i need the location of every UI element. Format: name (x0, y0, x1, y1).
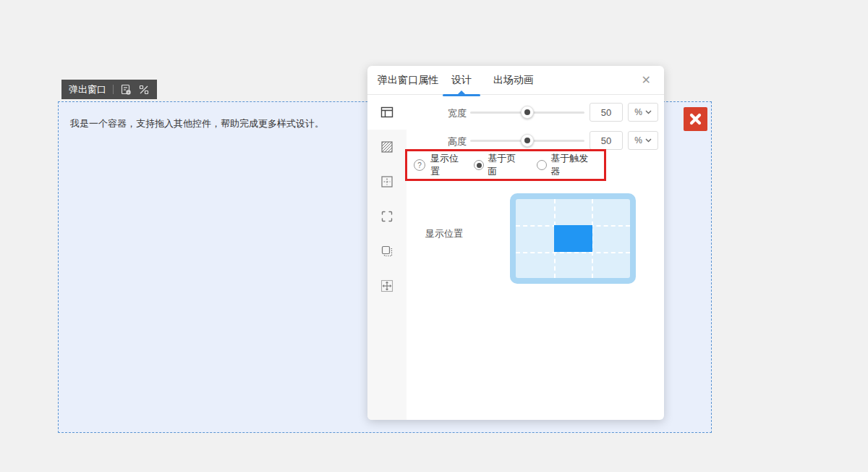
radio-trigger-label: 基于触发器 (550, 152, 597, 178)
width-field-row: 宽度 % (407, 103, 664, 122)
corner-frame-icon (380, 209, 394, 224)
height-slider-handle[interactable] (521, 134, 534, 147)
position-picker-selected-cell[interactable] (554, 225, 592, 252)
radio-unselected-icon[interactable] (537, 160, 547, 170)
panel-body: 宽度 % 高度 % (367, 95, 664, 420)
height-label: 高度 (407, 135, 467, 148)
padding-icon (380, 174, 394, 189)
form-settings-icon[interactable] (120, 84, 132, 96)
height-unit-value: % (634, 135, 642, 146)
popup-tag-label: 弹出窗口 (69, 83, 106, 96)
width-slider-handle[interactable] (521, 106, 534, 119)
sidebar-item-position[interactable] (367, 269, 407, 303)
popup-close-button[interactable] (684, 107, 707, 131)
panel-header: 弹出窗口属性 设计 出场动画 ✕ (367, 66, 664, 95)
width-value-input[interactable] (590, 103, 623, 122)
panel-content: 宽度 % 高度 % (407, 95, 664, 420)
tab-exit-animation[interactable]: 出场动画 (493, 74, 534, 87)
sidebar-item-layout[interactable] (367, 95, 407, 130)
close-x-icon (689, 112, 702, 126)
radio-selected-icon[interactable] (474, 160, 484, 170)
radio-based-on-page[interactable]: 基于页面 (474, 152, 524, 178)
width-label: 宽度 (407, 107, 467, 120)
position-picker-cells[interactable] (516, 199, 630, 278)
sidebar-item-frame[interactable] (367, 199, 407, 234)
position-picker-label: 显示位置 (425, 227, 463, 240)
layers-icon (380, 244, 394, 258)
tag-divider (113, 85, 114, 94)
height-unit-select[interactable]: % (628, 131, 658, 150)
width-unit-select[interactable]: % (628, 103, 658, 122)
layout-icon (380, 105, 394, 119)
height-field-row: 高度 % (407, 131, 664, 150)
container-placeholder-text: 我是一个容器，支持拖入其他控件，帮助完成更多样式设计。 (70, 117, 324, 130)
move-arrows-icon (380, 279, 394, 293)
radio-based-on-trigger[interactable]: 基于触发器 (537, 152, 597, 178)
tab-design[interactable]: 设计 (451, 74, 472, 87)
chevron-down-icon (645, 138, 652, 143)
display-position-highlight: ? 显示位置 基于页面 基于触发器 (405, 149, 606, 181)
popup-window-tag[interactable]: 弹出窗口 (61, 80, 157, 99)
height-slider[interactable] (470, 131, 584, 150)
sidebar-item-background[interactable] (367, 130, 407, 164)
radio-page-label: 基于页面 (488, 152, 524, 178)
help-icon[interactable]: ? (414, 159, 425, 171)
panel-sidebar (367, 95, 407, 420)
sidebar-item-padding[interactable] (367, 164, 407, 199)
popup-properties-panel: 弹出窗口属性 设计 出场动画 ✕ (367, 66, 664, 420)
scissors-icon[interactable] (138, 84, 150, 96)
width-slider[interactable] (470, 103, 584, 122)
sidebar-item-layers[interactable] (367, 234, 407, 269)
height-value-input[interactable] (590, 131, 623, 150)
panel-title: 弹出窗口属性 (378, 74, 438, 87)
background-fill-icon (380, 140, 394, 154)
panel-close-icon[interactable]: ✕ (639, 73, 654, 88)
chevron-down-icon (645, 110, 652, 114)
position-picker-grid[interactable] (510, 193, 636, 284)
width-unit-value: % (634, 107, 642, 117)
display-position-label: 显示位置 (430, 152, 467, 178)
